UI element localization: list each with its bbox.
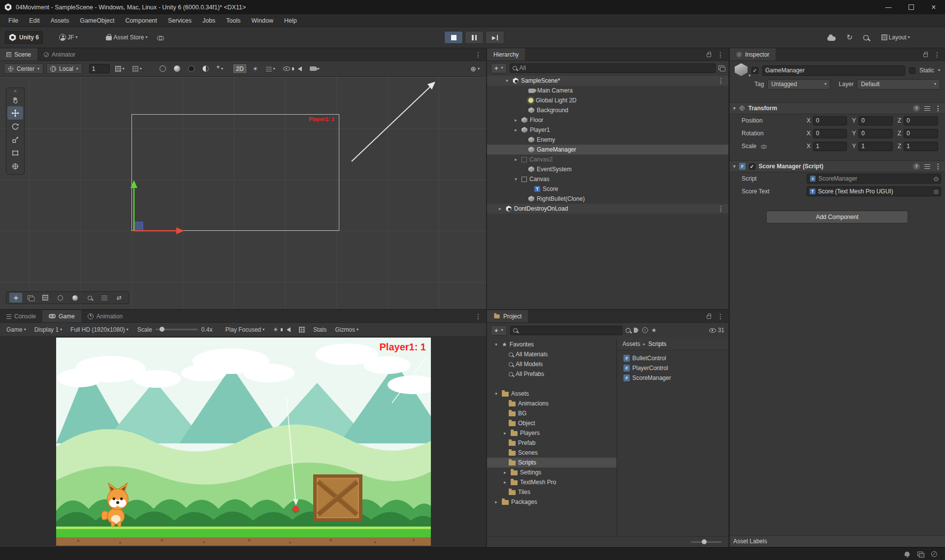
hand-tool-button[interactable] [7, 93, 23, 106]
folder-settings[interactable]: ▸Settings [487, 467, 617, 477]
search-by-type-icon[interactable] [625, 328, 630, 333]
tab-animator[interactable]: Animator [37, 48, 82, 61]
toggle-2d-button[interactable]: 2D [232, 63, 247, 74]
transform-tool-button[interactable] [7, 159, 23, 173]
presets-icon[interactable] [924, 106, 930, 111]
shaded-mode-button[interactable] [157, 63, 168, 74]
foldout-collapsed-icon[interactable]: ▸ [502, 470, 508, 475]
thumbnail-zoom-handle[interactable] [702, 539, 707, 544]
hierarchy-row-player1[interactable]: ▸Player1 [487, 125, 728, 135]
menu-assets[interactable]: Assets [45, 14, 75, 27]
scale-z-input[interactable] [904, 142, 938, 151]
layer-dropdown[interactable]: Default▾ [857, 79, 940, 90]
help-icon[interactable]: ? [913, 105, 920, 112]
game-view-dropdown[interactable]: Game▾ [4, 324, 29, 335]
foldout-expanded-icon[interactable]: ▾ [493, 342, 499, 347]
favorite-all-materials[interactable]: All Materials [487, 349, 617, 359]
component-enabled-checkbox[interactable]: ✓ [749, 163, 755, 170]
tab-animation[interactable]: Animation [81, 310, 129, 322]
play-focused-dropdown[interactable]: Play Focused▾ [223, 324, 267, 335]
folder-players[interactable]: ▸Players [487, 428, 617, 438]
create-object-dropdown[interactable]: +▾ [491, 63, 507, 73]
foldout-expanded-icon[interactable]: ▾ [733, 164, 736, 169]
gizmos-dropdown[interactable]: Gizmos▾ [332, 324, 361, 335]
foldout-collapsed-icon[interactable]: ▸ [502, 480, 508, 485]
transform-gizmo[interactable] [0, 77, 486, 309]
hierarchy-row-rightbullet[interactable]: RightBullet(Clone) [487, 194, 728, 204]
foldout-collapsed-icon[interactable]: ▸ [493, 499, 499, 504]
game-viewport[interactable]: Player1: 1 [0, 337, 486, 547]
tab-console[interactable]: Console [0, 310, 42, 322]
layers-visibility-dropdown[interactable]: ▾ [263, 63, 278, 74]
menu-gameobject[interactable]: GameObject [74, 14, 120, 27]
scene-options-icon[interactable]: ⋮ [717, 205, 724, 213]
hierarchy-search-input[interactable]: All [510, 63, 716, 73]
stats-button[interactable]: Stats [311, 324, 329, 335]
foldout-collapsed-icon[interactable]: ▸ [513, 118, 519, 123]
folder-textmesh-pro[interactable]: ▸TextMesh Pro [487, 477, 617, 487]
breadcrumb-current[interactable]: Scripts [649, 341, 667, 347]
folder-prefab[interactable]: Prefab [487, 438, 617, 448]
effects-dropdown[interactable]: *▾ [214, 63, 226, 74]
chevron-down-icon[interactable]: ▾ [938, 68, 940, 72]
tag-dropdown[interactable]: Untagged▾ [767, 79, 830, 90]
gameobject-big-icon[interactable]: ▾ [735, 63, 748, 78]
assets-section[interactable]: ▾ Assets [487, 389, 617, 399]
object-picker-icon[interactable]: ⊙ [933, 188, 940, 195]
search-icon[interactable] [863, 34, 868, 40]
foldout-expanded-icon[interactable]: ▾ [513, 177, 519, 182]
folder-animacions[interactable]: Animacions [487, 399, 617, 408]
menu-edit[interactable]: Edit [24, 14, 45, 27]
move-tool-button[interactable] [7, 106, 23, 120]
paint-overlay-icon[interactable] [68, 293, 81, 303]
scene-visibility-button[interactable] [281, 63, 293, 74]
favorites-star-icon[interactable]: ★ [652, 327, 657, 334]
hidden-items-toggle[interactable]: 31 [709, 327, 724, 334]
pause-button[interactable] [465, 31, 484, 44]
foldout-collapsed-icon[interactable]: ▸ [497, 206, 503, 211]
rotation-z-input[interactable] [904, 129, 938, 138]
asset-store-dropdown[interactable]: Asset Store ▾ [103, 32, 150, 43]
rotation-y-input[interactable] [858, 129, 892, 138]
overlay-drag-handle[interactable]: ≡ [14, 89, 16, 93]
object-picker-icon[interactable]: ⊙ [933, 175, 940, 182]
menu-jobs[interactable]: Jobs [197, 14, 221, 27]
hierarchy-row-canvas2[interactable]: ▸Canvas2 [487, 155, 728, 164]
panel-menu-icon[interactable]: ⋮ [934, 51, 941, 59]
cloud-icon[interactable] [827, 36, 836, 41]
score-text-object-field[interactable]: T Score (Text Mesh Pro UGUI) ⊙ [807, 187, 941, 196]
packages-section[interactable]: ▸ Packages [487, 497, 617, 507]
file-scoremanager[interactable]: #ScoreManager [618, 373, 728, 383]
hierarchy-row-score[interactable]: TScore [487, 184, 728, 194]
hierarchy-row-background[interactable]: Background [487, 105, 728, 115]
menu-help[interactable]: Help [279, 14, 302, 27]
component-menu-icon[interactable]: ⋮ [935, 104, 942, 112]
tab-inspector[interactable]: i Inspector [730, 48, 776, 61]
hierarchy-row-scene[interactable]: ▾ SampleScene* ⋮ [487, 76, 728, 86]
maximize-button[interactable] [900, 0, 922, 14]
file-playercontrol[interactable]: #PlayerControl [618, 363, 728, 373]
hierarchy-row-eventsystem[interactable]: EventSystem [487, 164, 728, 174]
foldout-collapsed-icon[interactable]: ▸ [513, 157, 519, 162]
progress-status-icon[interactable] [931, 551, 937, 557]
stop-button[interactable] [444, 31, 463, 44]
search-filter-icon[interactable] [718, 65, 724, 70]
lock-icon[interactable] [707, 315, 711, 319]
component-menu-icon[interactable]: ⋮ [935, 162, 942, 170]
layout-dropdown[interactable]: Layout ▾ [879, 32, 912, 43]
menu-file[interactable]: File [3, 14, 24, 27]
shuffle-overlay-icon[interactable]: ⇄ [113, 293, 126, 303]
lock-icon[interactable] [707, 54, 711, 57]
tab-game[interactable]: Game [42, 310, 81, 322]
position-x-input[interactable] [813, 116, 847, 125]
folder-object[interactable]: Object [487, 418, 617, 428]
display-dropdown[interactable]: Display 1▾ [32, 324, 65, 335]
active-checkbox[interactable]: ✓ [751, 67, 758, 74]
search-by-label-icon[interactable] [634, 328, 639, 333]
gizmos-visibility-dropdown[interactable]: ⊕▾ [468, 63, 482, 74]
move-overlay-icon[interactable] [9, 293, 22, 303]
mute-audio-button[interactable] [284, 324, 293, 335]
tool-handle-position-dropdown[interactable]: Center▾ [4, 63, 43, 74]
audio-toggle-button[interactable] [295, 63, 304, 74]
grid-size-input[interactable] [89, 64, 110, 73]
